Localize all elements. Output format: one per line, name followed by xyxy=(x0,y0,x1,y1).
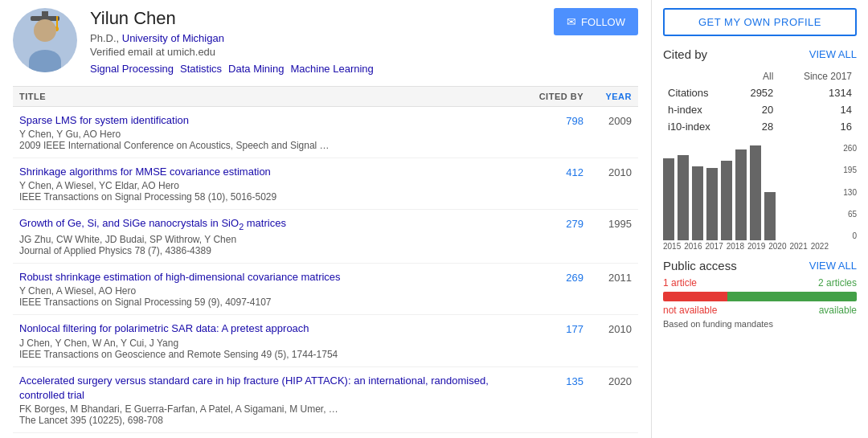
profile-tag[interactable]: Machine Learning xyxy=(290,63,373,75)
cited-by-title: Cited by xyxy=(663,47,707,61)
access-text-labels: not available available xyxy=(663,305,857,316)
pub-info: Growth of Ge, Si, and SiGe nanocrystals … xyxy=(19,216,519,256)
stats-row: h-index 20 14 xyxy=(665,102,855,117)
stats-all: 2952 xyxy=(735,85,776,100)
chart-bar[interactable] xyxy=(678,155,689,240)
pub-info: Robust shrinkage estimation of high-dime… xyxy=(19,270,519,308)
chart-x-label: 2015 xyxy=(663,242,681,251)
pub-venue: Journal of Applied Physics 78 (7), 4386-… xyxy=(19,245,519,256)
profile-tag[interactable]: Data Mining xyxy=(228,63,284,75)
pub-title[interactable]: Accelerated surgery versus standard care… xyxy=(19,375,489,401)
get-profile-button[interactable]: GET MY OWN PROFILE xyxy=(663,8,857,36)
stats-since: 14 xyxy=(778,102,855,117)
chart-x-label: 2019 xyxy=(747,242,765,251)
available-count: 2 articles xyxy=(818,277,857,289)
table-header: TITLE CITED BY YEAR xyxy=(13,86,638,107)
stats-col-since: Since 2017 xyxy=(778,69,855,84)
university-link[interactable]: University of Michigan xyxy=(122,32,224,44)
pub-venue: 2009 IEEE International Conference on Ac… xyxy=(19,140,519,151)
pub-authors: FK Borges, M Bhandari, E Guerra-Farfan, … xyxy=(19,403,519,415)
chart-y-label: 0 xyxy=(843,231,857,240)
profile-name: Yilun Chen xyxy=(90,8,541,29)
pub-year: 2020 xyxy=(583,374,632,387)
pub-title[interactable]: Robust shrinkage estimation of high-dime… xyxy=(19,271,341,283)
public-access-view-all[interactable]: VIEW ALL xyxy=(809,260,857,272)
not-available-count: 1 article xyxy=(663,277,697,289)
pub-cited[interactable]: 798 xyxy=(519,113,583,127)
chart-y-label: 65 xyxy=(843,210,857,219)
stats-since: 1314 xyxy=(778,85,855,100)
stats-all: 28 xyxy=(735,119,776,134)
access-bar xyxy=(663,292,857,301)
avatar xyxy=(13,8,77,72)
pub-info: Accelerated surgery versus standard care… xyxy=(19,374,519,426)
pub-cited[interactable]: 412 xyxy=(519,165,583,178)
pub-title[interactable]: Shrinkage algorithms for MMSE covariance… xyxy=(19,166,271,178)
pub-info: Sparse LMS for system identification Y C… xyxy=(19,113,519,151)
profile-tag[interactable]: Signal Processing xyxy=(90,63,174,75)
pub-authors: Y Chen, Y Gu, AO Hero xyxy=(19,129,519,140)
table-row: Growth of Ge, Si, and SiGe nanocrystals … xyxy=(13,210,638,264)
chart-bar[interactable] xyxy=(706,168,718,240)
chart-bar[interactable] xyxy=(735,149,747,240)
chart-bar[interactable] xyxy=(721,161,732,240)
follow-icon: ✉ xyxy=(567,15,576,28)
table-row: Accelerated surgery versus standard care… xyxy=(13,367,638,433)
pub-title[interactable]: Nonlocal filtering for polarimetric SAR … xyxy=(19,322,309,334)
pub-info: Nonlocal filtering for polarimetric SAR … xyxy=(19,321,519,359)
chart-bar[interactable] xyxy=(692,166,703,240)
pub-venue: IEEE Transactions on Signal Processing 5… xyxy=(19,297,519,308)
access-bar-red xyxy=(663,292,727,301)
pub-year: 1995 xyxy=(583,216,632,230)
available-text: available xyxy=(819,305,857,316)
pub-authors: Y Chen, A Wiesel, YC Eldar, AO Hero xyxy=(19,180,519,191)
pub-venue: IEEE Transactions on Signal Processing 5… xyxy=(19,191,519,203)
profile-tag[interactable]: Statistics xyxy=(180,63,222,75)
col-year-header[interactable]: YEAR xyxy=(583,92,632,101)
stats-row: Citations 2952 1314 xyxy=(665,85,855,100)
funding-note: Based on funding mandates xyxy=(663,319,857,329)
table-row: Nonlocal filtering for polarimetric SAR … xyxy=(13,315,638,366)
chart-bar[interactable] xyxy=(750,145,761,240)
table-row: Robust shrinkage estimation of high-dime… xyxy=(13,264,638,315)
chart-x-label: 2021 xyxy=(790,242,808,251)
not-available-text: not available xyxy=(663,305,717,316)
pub-authors: J Chen, Y Chen, W An, Y Cui, J Yang xyxy=(19,338,519,349)
profile-email: Verified email at umich.edu xyxy=(90,46,541,58)
chart-y-label: 260 xyxy=(843,144,857,153)
stats-col-all: All xyxy=(735,69,776,84)
pub-title[interactable]: Growth of Ge, Si, and SiGe nanocrystals … xyxy=(19,217,286,229)
pub-info: Shrinkage algorithms for MMSE covariance… xyxy=(19,165,519,203)
public-access-title: Public access xyxy=(663,259,737,272)
pub-year: 2011 xyxy=(583,270,632,284)
chart-x-label: 2016 xyxy=(684,242,702,251)
pub-cited[interactable]: 177 xyxy=(519,321,583,335)
sidebar: GET MY OWN PROFILE Cited by VIEW ALL All… xyxy=(651,0,868,438)
chart-x-label: 2018 xyxy=(727,242,744,251)
pub-title[interactable]: Sparse LMS for system identification xyxy=(19,114,189,126)
publications-list: Sparse LMS for system identification Y C… xyxy=(13,107,638,433)
stats-col-label xyxy=(665,69,733,84)
pub-authors: Y Chen, A Wiesel, AO Hero xyxy=(19,285,519,297)
stats-all: 20 xyxy=(735,102,776,117)
pub-year: 2009 xyxy=(583,113,632,127)
chart-bar[interactable] xyxy=(663,158,674,240)
chart-x-label: 2017 xyxy=(706,242,723,251)
follow-button[interactable]: ✉ FOLLOW xyxy=(554,8,638,35)
stats-label: h-index xyxy=(665,102,733,117)
cited-by-view-all[interactable]: VIEW ALL xyxy=(809,48,857,60)
pub-venue: IEEE Transactions on Geoscience and Remo… xyxy=(19,349,519,360)
chart-y-label: 195 xyxy=(843,166,857,174)
pub-authors: JG Zhu, CW White, JD Budai, SP Withrow, … xyxy=(19,234,519,245)
follow-label: FOLLOW xyxy=(581,16,625,28)
chart-x-label: 2022 xyxy=(811,242,829,251)
stats-since: 16 xyxy=(778,119,855,134)
pub-cited[interactable]: 135 xyxy=(519,374,583,387)
pub-cited[interactable]: 269 xyxy=(519,270,583,284)
citations-chart: 260195130650 201520162017201820192020202… xyxy=(663,144,857,251)
profile-tags: Signal ProcessingStatisticsData MiningMa… xyxy=(90,63,541,75)
pub-cited[interactable]: 279 xyxy=(519,216,583,230)
col-cited-header: CITED BY xyxy=(519,92,583,101)
col-title-header: TITLE xyxy=(19,92,519,101)
chart-bar[interactable] xyxy=(764,192,776,240)
